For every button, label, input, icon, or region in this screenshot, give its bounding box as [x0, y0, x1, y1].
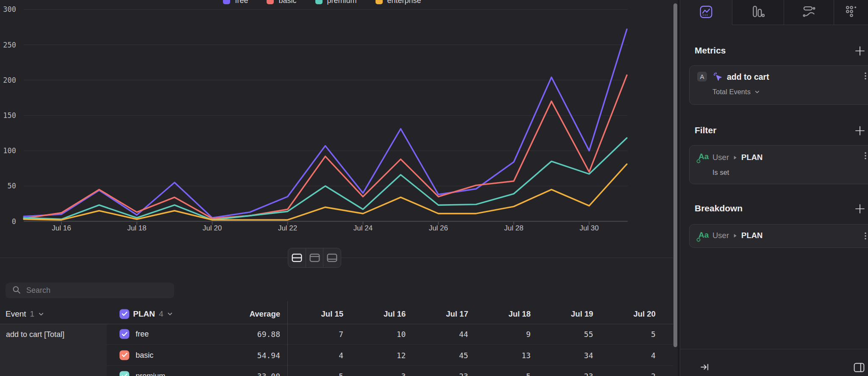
- collapse-sidebar-button[interactable]: [700, 362, 710, 374]
- average-value: 54.94: [257, 351, 280, 359]
- search-box[interactable]: [6, 283, 174, 298]
- date-column-header[interactable]: Jul 20: [633, 309, 655, 319]
- search-input[interactable]: [26, 286, 162, 295]
- svg-text:Aa: Aa: [698, 230, 709, 239]
- series-line-free[interactable]: [24, 29, 627, 218]
- y-axis-tick-label: 300: [3, 5, 16, 14]
- x-axis-tick-label: Jul 18: [127, 224, 146, 232]
- date-column-header[interactable]: Jul 18: [509, 309, 531, 319]
- text-property-icon: Aa: [695, 229, 709, 244]
- breadcrumb-arrow-icon: [733, 233, 737, 238]
- plan-header-label: PLAN: [133, 309, 155, 319]
- chevron-down-icon: [38, 311, 44, 317]
- breakdown-card[interactable]: Aa User PLAN: [689, 224, 868, 248]
- row-label: basic: [136, 351, 153, 359]
- measure-selector[interactable]: Total Events: [712, 88, 760, 96]
- value-cell: 9: [526, 330, 531, 339]
- chevron-down-icon: [754, 89, 760, 95]
- x-axis-tick-label: Jul 24: [353, 224, 373, 232]
- series-line-enterprise[interactable]: [24, 164, 627, 220]
- y-axis-tick-label: 0: [12, 217, 16, 226]
- value-cell: 45: [459, 351, 468, 359]
- value-cell: 4: [339, 351, 343, 359]
- property-scope: User: [712, 231, 729, 240]
- table-header-row: Event 1 PLAN 4 Average Jul 15Jul 16Jul 1…: [0, 304, 673, 324]
- layout-bottom-button[interactable]: [323, 248, 341, 267]
- breakdown-kebab-menu[interactable]: [862, 231, 868, 242]
- tab-more-charts[interactable]: [834, 0, 868, 25]
- toggle-panel-button[interactable]: [854, 362, 865, 374]
- x-axis-tick-label: Jul 26: [429, 224, 448, 232]
- metric-badge: A: [697, 72, 707, 81]
- chart-type-tabbar: [680, 0, 868, 25]
- sidebar-right-icon: [854, 362, 865, 373]
- value-cell: 10: [397, 330, 406, 339]
- layout-split-button[interactable]: [288, 248, 306, 267]
- y-axis-tick-label: 250: [3, 41, 16, 49]
- add-breakdown-button[interactable]: [854, 203, 865, 214]
- grid-tab-icon: [845, 5, 858, 20]
- date-column-header[interactable]: Jul 15: [321, 309, 343, 319]
- metric-event-name[interactable]: add to cart: [727, 72, 769, 82]
- y-axis-tick-label: 50: [8, 182, 16, 190]
- event-list-panel: add to cart [Total]: [0, 324, 107, 376]
- line-chart[interactable]: 050100150200250300Jul 16Jul 18Jul 20Jul …: [0, 0, 673, 238]
- property-name: PLAN: [741, 231, 762, 240]
- add-filter-button[interactable]: [854, 125, 865, 136]
- filter-kebab-menu[interactable]: [862, 151, 868, 162]
- filter-condition[interactable]: Is set: [712, 168, 729, 177]
- tab-line-chart[interactable]: [680, 0, 732, 25]
- value-cell: 13: [521, 351, 531, 359]
- tab-bar-chart[interactable]: [732, 0, 784, 25]
- value-cell: 5: [651, 330, 656, 339]
- row-checkbox[interactable]: [120, 350, 129, 360]
- y-axis-tick-label: 150: [3, 111, 16, 120]
- x-axis-tick-label: Jul 28: [504, 224, 523, 232]
- filter-property[interactable]: User PLAN: [712, 153, 762, 162]
- tab-flows[interactable]: [784, 0, 834, 25]
- vertical-scrollbar-track: [673, 0, 678, 376]
- plus-icon: [854, 125, 865, 136]
- value-cell: 55: [584, 330, 593, 339]
- plus-icon: [854, 203, 865, 214]
- measure-label: Total Events: [712, 88, 751, 96]
- row-checkbox[interactable]: [120, 329, 129, 339]
- filter-card[interactable]: Aa User PLAN Is set: [689, 145, 868, 184]
- sidebar-footer-divider: [680, 349, 868, 349]
- event-count: 1: [30, 309, 35, 319]
- condition-label: Is set: [712, 168, 729, 177]
- x-axis-tick-label: Jul 30: [579, 224, 598, 232]
- event-list-item[interactable]: add to cart [Total]: [0, 324, 107, 345]
- bar-chart-tab-icon: [752, 5, 765, 20]
- average-value: 33.00: [257, 371, 280, 376]
- row-label: premium: [136, 371, 165, 376]
- vertical-scrollbar-thumb[interactable]: [673, 3, 677, 347]
- metric-kebab-menu[interactable]: [862, 71, 868, 82]
- plan-column-header[interactable]: PLAN 4: [120, 309, 173, 319]
- app-root: freebasicpremiumenterprise 0501001502002…: [0, 0, 868, 376]
- add-metric-button[interactable]: [854, 45, 865, 56]
- breadcrumb-arrow-icon: [733, 155, 737, 160]
- metric-card[interactable]: A add to cart Total Events: [689, 65, 868, 105]
- breakdown-property[interactable]: User PLAN: [712, 231, 762, 240]
- value-cell: 23: [459, 371, 468, 376]
- event-column-header[interactable]: Event 1: [6, 309, 44, 319]
- kebab-icon: [862, 231, 868, 241]
- kebab-icon: [862, 151, 868, 160]
- search-icon: [12, 286, 21, 296]
- value-cell: 2: [651, 371, 656, 376]
- value-cell: 12: [397, 351, 406, 359]
- layout-top-button[interactable]: [306, 248, 323, 267]
- event-header-label: Event: [6, 309, 26, 319]
- plan-count: 4: [159, 309, 164, 319]
- line-chart-tab-icon: [700, 6, 712, 20]
- date-column-header[interactable]: Jul 16: [384, 309, 406, 319]
- property-name: PLAN: [741, 153, 762, 162]
- filter-section-title: Filter: [695, 125, 716, 135]
- plan-select-all-checkbox[interactable]: [120, 309, 129, 319]
- row-checkbox[interactable]: [120, 371, 129, 376]
- value-cell: 7: [339, 330, 343, 339]
- kebab-icon: [862, 71, 868, 81]
- date-column-header[interactable]: Jul 19: [571, 309, 593, 319]
- date-column-header[interactable]: Jul 17: [446, 309, 468, 319]
